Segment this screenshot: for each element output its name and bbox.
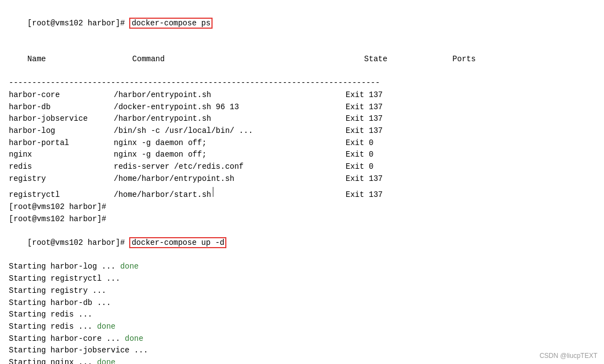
cell-state: Exit 137 bbox=[346, 113, 434, 125]
startup-line: Starting registryctl ... bbox=[9, 273, 595, 285]
done-text: done bbox=[97, 322, 116, 331]
cell-name: registry bbox=[9, 173, 114, 185]
table-row: harbor-core/harbor/entrypoint.shExit 137 bbox=[9, 89, 595, 101]
cell-state: Exit 137 bbox=[346, 173, 434, 185]
table-row: harbor-log/bin/sh -c /usr/local/bin/ ...… bbox=[9, 125, 595, 137]
table-row: harbor-portalnginx -g daemon off;Exit 0 bbox=[9, 137, 595, 149]
cell-command: nginx -g daemon off; bbox=[114, 149, 346, 161]
cell-name: harbor-portal bbox=[9, 137, 114, 149]
cell-state: Exit 137 bbox=[346, 89, 434, 101]
table-row: registry/home/harbor/entrypoint.shExit 1… bbox=[9, 173, 595, 185]
startup-line: Starting harbor-core ... done bbox=[9, 333, 595, 345]
table-row: redisredis-server /etc/redis.confExit 0 bbox=[9, 161, 595, 173]
table-body: harbor-core/harbor/entrypoint.shExit 137… bbox=[9, 89, 595, 201]
blank-prompt-1: [root@vms102 harbor]# bbox=[9, 201, 595, 213]
startup-line: Starting redis ... done bbox=[9, 321, 595, 333]
cell-name: harbor-jobservice bbox=[9, 113, 114, 125]
col-name-header: Name bbox=[28, 53, 133, 66]
table-separator: ----------------------------------------… bbox=[9, 77, 595, 89]
col-state-header: State bbox=[364, 53, 453, 66]
done-text: done bbox=[97, 358, 116, 364]
prompt-line-2: [root@vms102 harbor]# docker-compose up … bbox=[9, 225, 595, 261]
text-cursor-icon: | bbox=[211, 190, 220, 199]
table-row: registryctl/home/harbor/start.sh | Exit … bbox=[9, 185, 595, 201]
done-text: done bbox=[125, 334, 144, 343]
cell-state: Exit 137 bbox=[346, 101, 434, 114]
col-ports-header: Ports bbox=[453, 53, 476, 66]
cell-command: /home/harbor/entrypoint.sh bbox=[114, 173, 346, 185]
cell-name: harbor-log bbox=[9, 125, 114, 137]
prompt-line-1: [root@vms102 harbor]# docker-compose ps bbox=[9, 6, 595, 41]
cell-command: /home/harbor/start.sh | bbox=[114, 185, 346, 201]
startup-line: Starting registry ... bbox=[9, 285, 595, 297]
cell-command: /harbor/entrypoint.sh bbox=[114, 113, 346, 125]
startup-line: Starting nginx ... done bbox=[9, 357, 595, 364]
cell-name: harbor-core bbox=[9, 89, 114, 101]
table-row: harbor-db/docker-entrypoint.sh 96 13Exit… bbox=[9, 101, 595, 114]
cell-state: Exit 0 bbox=[346, 161, 434, 173]
cell-state: Exit 137 bbox=[346, 189, 434, 201]
startup-line: Starting redis ... bbox=[9, 309, 595, 321]
done-text: done bbox=[120, 262, 139, 271]
cell-name: nginx bbox=[9, 149, 114, 161]
cell-state: Exit 0 bbox=[346, 149, 434, 161]
cell-state: Exit 137 bbox=[346, 125, 434, 137]
cell-name: registryctl bbox=[9, 189, 114, 201]
svg-text:|: | bbox=[212, 185, 214, 197]
cell-command: redis-server /etc/redis.conf bbox=[114, 161, 346, 173]
prompt-text: [root@vms102 harbor]# bbox=[28, 19, 130, 28]
cell-state: Exit 0 bbox=[346, 137, 434, 149]
table-row: nginxnginx -g daemon off;Exit 0 bbox=[9, 149, 595, 161]
blank-prompt-2: [root@vms102 harbor]# bbox=[9, 213, 595, 226]
startup-line: Starting harbor-db ... bbox=[9, 297, 595, 309]
prompt-text-2: [root@vms102 harbor]# bbox=[28, 238, 130, 247]
table-row: harbor-jobservice/harbor/entrypoint.shEx… bbox=[9, 113, 595, 125]
startup-line: Starting harbor-jobservice ... bbox=[9, 345, 595, 357]
watermark: CSDN @liucpTEXT bbox=[539, 352, 597, 360]
cell-name: redis bbox=[9, 161, 114, 173]
startup-output: Starting harbor-log ... doneStarting reg… bbox=[9, 261, 595, 364]
command-box-1: docker-compose ps bbox=[129, 18, 213, 29]
cell-name: harbor-db bbox=[9, 101, 114, 114]
cell-command: /harbor/entrypoint.sh bbox=[114, 89, 346, 101]
col-command-header: Command bbox=[133, 53, 364, 66]
cell-command: nginx -g daemon off; bbox=[114, 137, 346, 149]
terminal-window: [root@vms102 harbor]# docker-compose ps … bbox=[0, 0, 604, 364]
startup-line: Starting harbor-log ... done bbox=[9, 261, 595, 273]
cell-command: /docker-entrypoint.sh 96 13 bbox=[114, 101, 346, 114]
command-box-2: docker-compose up -d bbox=[129, 237, 226, 248]
cell-command: /bin/sh -c /usr/local/bin/ ... bbox=[114, 125, 346, 137]
table-header: NameCommandStatePorts bbox=[9, 41, 595, 77]
